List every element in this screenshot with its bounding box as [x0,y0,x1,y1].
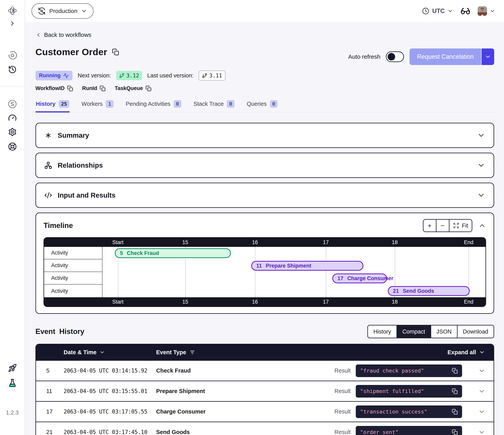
chevron-down-icon[interactable] [477,191,485,199]
event-id: 11 [36,388,63,394]
app-version: 1.2.3 [0,409,25,416]
zoom-out-button[interactable]: − [436,220,450,231]
timeline-lane: 17Charge Consumer [103,272,486,285]
chevron-down-icon[interactable] [478,388,485,395]
user-menu[interactable] [478,6,495,16]
copy-icon[interactable] [452,409,458,415]
labs-flask-icon[interactable] [8,379,17,387]
axis-label: Start [112,239,123,245]
usage-gauge-icon[interactable] [8,113,17,122]
ids-row: WorkflowID RunId TaskQueue [36,85,494,92]
next-version-badge: 3.12 [116,71,142,80]
chevron-down-icon [81,8,87,14]
tab-label: Queries [247,101,267,107]
zoom-in-button[interactable]: + [423,220,436,231]
axis-label: 16 [252,239,258,245]
back-link-label: Back to workflows [44,31,91,38]
git-branch-icon [202,73,207,78]
whats-new-rocket-icon[interactable] [8,364,17,372]
event-row[interactable]: 17 2063-04-05 UTC 03:17:05.55 Charge Con… [36,401,494,422]
timezone-selector[interactable]: UTC [422,7,453,15]
bar-event-id: 17 [337,275,343,282]
auto-refresh-toggle[interactable] [386,51,404,62]
schedules-history-icon[interactable] [8,65,17,74]
timeline-title: Timeline [44,222,73,230]
chevron-down-icon[interactable] [478,429,485,435]
expand-all-button[interactable]: Expand all [448,349,494,356]
copy-icon[interactable] [452,388,458,394]
tab-history[interactable]: History 25 [36,99,70,112]
event-table-header: Date & Time Event Type Expand all [36,344,494,360]
view-compact[interactable]: Compact [397,325,431,338]
bar-label: Charge Consumer [347,275,393,282]
run-id-label: RunId [82,85,97,92]
chevron-down-icon [447,8,453,14]
cancelation-menu-caret[interactable] [481,48,494,65]
chevron-down-icon[interactable] [478,367,485,374]
view-download[interactable]: Download [458,325,494,338]
copy-icon[interactable] [452,429,458,435]
timeline-row-label: Activity [44,285,103,297]
workflow-detail-page: Back to workflows Customer Order Auto re… [25,22,504,435]
environment-selector[interactable]: Production [32,3,93,19]
sidebar-expand-icon[interactable] [9,20,16,27]
chevron-down-icon[interactable] [477,131,485,139]
event-row[interactable]: 21 2063-04-05 UTC 03:17:45.10 Send Goods… [36,422,494,435]
timeline-bar-send-goods[interactable]: 21Send Goods [388,286,470,296]
event-timestamp: 2063-04-05 UTC 03:17:45.10 [63,429,156,435]
event-result-value: "transaction success" [360,409,427,415]
axis-label: 18 [392,239,398,245]
labs-glasses-icon[interactable] [460,6,470,16]
next-version-value: 3.12 [126,73,139,79]
app-logo-sparkle-icon[interactable] [8,6,17,15]
timeline-zoom-controls: + − Fit [423,219,472,232]
toggle-knob [388,53,395,60]
copy-icon[interactable] [452,368,458,374]
tab-stack-trace[interactable]: Stack Trace 0 [193,99,235,112]
next-version-label: Next version: [78,72,111,79]
view-history[interactable]: History [368,325,397,338]
settings-gear-icon[interactable] [8,128,17,136]
tab-workers[interactable]: Workers 1 [81,99,114,112]
expand-icon [453,222,459,229]
chevron-down-icon[interactable] [478,408,485,415]
copy-icon[interactable] [100,85,106,92]
back-link[interactable]: Back to workflows [36,31,91,38]
tab-queries[interactable]: Queries 0 [246,99,278,112]
chevron-up-icon[interactable] [478,222,486,230]
nexus-icon[interactable] [8,100,17,109]
timeline-bar-check-fraud[interactable]: 5Check Fraud [115,248,231,258]
copy-icon[interactable] [67,85,73,92]
support-lifebuoy-icon[interactable] [8,142,17,151]
timezone-label: UTC [432,8,445,15]
section-input-results[interactable]: Input and Results [36,183,494,208]
fit-button[interactable]: Fit [450,220,472,231]
timeline-bar-prepare-shipment[interactable]: 11Prepare Shipment [251,261,363,271]
timeline-lane: 5Check Fraud [103,247,486,259]
event-row[interactable]: 11 2063-04-05 UTC 03:15:55.01 Prepare Sh… [36,381,494,401]
event-type: Charge Consumer [156,408,334,415]
copy-icon[interactable] [112,48,119,56]
column-event-type[interactable]: Event Type [156,349,356,356]
axis-label: 17 [323,299,329,305]
chevron-down-icon[interactable] [477,161,485,169]
filter-icon [189,350,195,355]
tab-pending-activities[interactable]: Pending Activities 0 [126,99,182,112]
timeline-axis-bottom: Start15161718End [44,297,486,306]
workflow-name: Customer Order [36,46,107,57]
section-relationships[interactable]: Relationships [36,153,494,178]
workflows-spiral-icon[interactable] [8,51,17,60]
copy-icon[interactable] [145,85,151,92]
event-result-label: Result [334,408,356,415]
section-title: Summary [58,131,89,139]
event-row[interactable]: 5 2063-04-05 UTC 03:14:15.92 Check Fraud… [36,360,494,381]
timeline-bar-charge-consumer[interactable]: 17Charge Consumer [332,273,387,283]
event-type: Prepare Shipment [156,388,334,394]
event-timestamp: 2063-04-05 UTC 03:15:55.01 [63,388,156,394]
column-date-time[interactable]: Date & Time [63,349,156,356]
section-summary[interactable]: Summary [36,123,494,148]
view-json[interactable]: JSON [431,325,458,338]
request-cancelation-button[interactable]: Request Cancelation [410,48,494,65]
tab-label: Workers [81,101,103,107]
timeline-row-label: Activity [44,247,103,259]
